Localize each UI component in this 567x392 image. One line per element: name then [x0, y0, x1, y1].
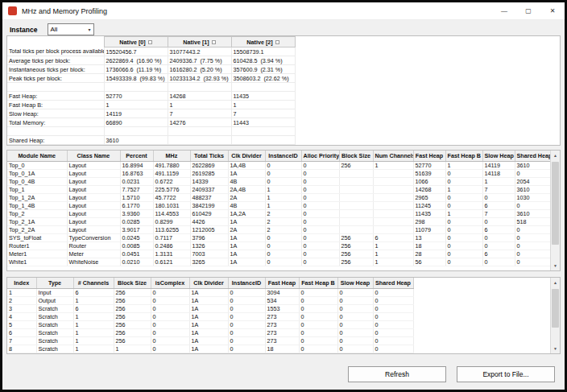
table-cell[interactable]: Scratch [36, 345, 73, 353]
table-row[interactable]: 7Scratch125601A0273000 [7, 336, 413, 345]
table-cell[interactable]: 534 [265, 296, 299, 304]
table-cell[interactable]: White1 [7, 258, 67, 266]
table-cell[interactable]: Router1 [7, 241, 67, 250]
table-row[interactable] [7, 127, 295, 136]
table-cell[interactable]: 1A [189, 328, 228, 336]
table-cell[interactable]: 0 [301, 185, 339, 193]
table-cell[interactable]: 1 [168, 101, 231, 109]
table-cell[interactable]: 1A,2A [228, 209, 265, 217]
column-options-icon[interactable] [212, 40, 216, 44]
table-cell[interactable]: 0 [301, 161, 339, 169]
table-cell[interactable]: 256 [339, 161, 373, 169]
table-cell[interactable]: 1553 [265, 304, 299, 312]
column-header[interactable]: Native [1] [168, 37, 231, 47]
table-cell[interactable]: 0 [265, 258, 301, 266]
table-row[interactable]: 6Scratch125601A0273000 [7, 328, 413, 336]
table-cell[interactable]: 0 [151, 288, 189, 296]
table-cell[interactable]: 7 [482, 209, 515, 217]
table-cell[interactable]: 0 [515, 225, 552, 233]
table-cell[interactable]: 0 [265, 233, 301, 241]
table-cell[interactable]: 0 [337, 320, 373, 328]
table-cell[interactable]: 0 [515, 169, 552, 177]
table-cell[interactable]: 0 [265, 169, 301, 177]
table-cell[interactable]: 3610 [104, 136, 168, 145]
table-cell[interactable]: 256 [339, 241, 373, 250]
table-row[interactable]: Top_0_4BLayout0.02310.6722143394B0010660… [7, 177, 552, 185]
column-header[interactable]: InstanceID [265, 151, 301, 161]
table-cell[interactable]: 2 [265, 217, 301, 225]
table-cell[interactable]: 1A [189, 345, 228, 353]
table-cell[interactable]: 0 [299, 304, 337, 312]
table-cell[interactable]: 0 [228, 304, 265, 312]
column-header[interactable]: Percent [120, 151, 153, 161]
table-cell[interactable]: 256 [114, 304, 151, 312]
table-cell[interactable]: Meter [67, 250, 120, 258]
table-cell[interactable]: 28 [413, 250, 445, 258]
table-cell[interactable]: 16.8994 [120, 161, 153, 169]
table-cell[interactable]: 6 [482, 225, 515, 233]
table-cell[interactable]: 491.1159 [153, 169, 190, 177]
table-cell[interactable]: 51639 [413, 169, 445, 177]
table-cell[interactable]: 0 [301, 241, 339, 250]
table-cell[interactable]: Total ticks per block process available: [7, 47, 104, 56]
table-cell[interactable]: 0 [299, 336, 337, 345]
table-cell[interactable]: 0 [445, 258, 482, 266]
table-cell[interactable]: 0 [337, 345, 373, 353]
table-cell[interactable]: Average ticks per block: [7, 56, 104, 65]
table-cell[interactable]: 2A,4B [228, 185, 265, 193]
table-row[interactable]: SYS_toFloatTypeConversion0.02450.7117379… [7, 233, 552, 241]
table-cell[interactable] [339, 193, 373, 201]
table-cell[interactable]: 0 [151, 336, 189, 345]
table-cell[interactable]: 1066 [413, 177, 445, 185]
table-row[interactable]: 2Output125601A0534000 [7, 296, 413, 304]
table-cell[interactable]: 2622869 [190, 161, 228, 169]
table-cell[interactable]: Layout [67, 161, 120, 169]
table-cell[interactable]: 1 [104, 101, 168, 109]
table-cell[interactable]: 14119 [104, 109, 168, 118]
table-cell[interactable]: 4B [228, 177, 265, 185]
vertical-scrollbar[interactable]: ▲ ▼ [550, 151, 560, 270]
table-cell[interactable]: 273 [265, 336, 299, 345]
table-cell[interactable]: 2A [228, 193, 265, 201]
table-cell[interactable]: Layout [67, 177, 120, 185]
table-cell[interactable]: 1 [7, 288, 36, 296]
table-cell[interactable]: Router [67, 241, 120, 250]
table-cell[interactable]: 0 [299, 320, 337, 328]
table-cell[interactable]: 1 [73, 320, 114, 328]
table-cell[interactable] [231, 83, 295, 92]
table-cell[interactable]: 2409336.7 (7.75 %) [168, 56, 231, 65]
column-header[interactable]: Native [0] [104, 37, 168, 47]
table-cell[interactable]: 0 [515, 201, 552, 209]
table-cell[interactable]: 0 [445, 193, 482, 201]
column-header[interactable]: Index [7, 278, 36, 288]
table-cell[interactable]: 3610 [515, 161, 552, 169]
table-cell[interactable]: 1 [114, 345, 151, 353]
table-cell[interactable]: 0.7117 [153, 233, 190, 241]
table-cell[interactable]: 7 [168, 109, 231, 118]
table-cell[interactable]: 14119 [482, 161, 515, 169]
table-cell[interactable]: 1 [445, 161, 482, 169]
table-cell[interactable] [373, 225, 413, 233]
table-cell[interactable]: 0 [301, 193, 339, 201]
table-cell[interactable]: Top_0_1A [7, 169, 67, 177]
table-row[interactable]: Slow Heap:1411977 [7, 109, 295, 118]
column-header[interactable]: InstanceID [228, 278, 265, 288]
table-cell[interactable]: 1A [228, 233, 265, 241]
table-cell[interactable]: Layout [67, 217, 120, 225]
table-cell[interactable]: 0 [445, 225, 482, 233]
table-cell[interactable]: 0 [337, 304, 373, 312]
table-cell[interactable]: 1A [189, 288, 228, 296]
table-cell[interactable]: 0.0210 [120, 258, 153, 266]
table-cell[interactable]: 610428.5 (3.94 %) [231, 56, 295, 65]
column-header[interactable]: Type [36, 278, 73, 288]
table-cell[interactable]: Input [36, 288, 73, 296]
table-cell[interactable]: 0 [265, 241, 301, 250]
table-cell[interactable]: 0.6121 [153, 258, 190, 266]
table-cell[interactable]: 1 [231, 101, 295, 109]
table-cell[interactable]: 0 [265, 177, 301, 185]
table-cell[interactable]: Top_2_1A [7, 217, 67, 225]
table-cell[interactable]: 357600.9 (2.31 %) [231, 65, 295, 74]
table-cell[interactable]: 1 [482, 177, 515, 185]
table-cell[interactable]: Peak ticks per block: [7, 74, 104, 83]
table-row[interactable] [7, 83, 295, 92]
